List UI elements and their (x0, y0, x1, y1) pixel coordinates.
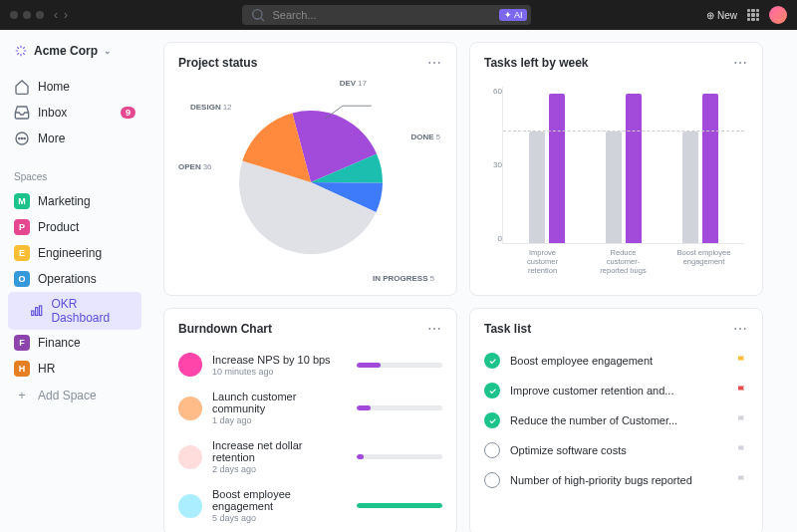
workspace-selector[interactable]: Acme Corp ⌄ (8, 40, 141, 62)
burndown-time: 10 minutes ago (212, 367, 347, 377)
flag-icon[interactable] (736, 414, 748, 426)
card-menu-icon[interactable]: ⋯ (733, 55, 748, 71)
bar-chart: 60300 Improve customer retentionReduce c… (484, 81, 748, 283)
space-label: Product (38, 220, 79, 234)
apps-icon[interactable] (747, 9, 759, 21)
task-list-card: Task list ⋯ Boost employee engagement Im… (469, 308, 763, 532)
burndown-title: Boost employee engagement (212, 488, 347, 512)
space-label: Marketing (38, 194, 91, 208)
task-name: Number of high-priority bugs reported (510, 474, 726, 486)
svg-point-2 (19, 137, 20, 138)
space-badge: H (14, 361, 30, 377)
card-menu-icon[interactable]: ⋯ (733, 321, 748, 337)
sidebar-space-operations[interactable]: OOperations (8, 266, 141, 292)
tasks-left-card: Tasks left by week ⋯ 60300 Improve custo… (469, 42, 763, 296)
sidebar-okr-dashboard[interactable]: OKR Dashboard (8, 292, 141, 330)
burndown-title: Launch customer community (212, 391, 347, 414)
dashboard-icon (30, 304, 43, 318)
burndown-row[interactable]: Boost employee engagement5 days ago (178, 488, 442, 523)
task-name: Reduce the number of Customer... (510, 414, 726, 426)
sidebar-space-engineering[interactable]: EEngineering (8, 240, 141, 266)
task-row[interactable]: Number of high-priority bugs reported (484, 472, 748, 488)
avatar (178, 353, 202, 377)
sidebar-space-finance[interactable]: FFinance (8, 330, 141, 356)
avatar (178, 445, 202, 469)
new-button[interactable]: ⊕ New (706, 10, 737, 21)
bar (702, 94, 718, 243)
card-title: Task list (484, 322, 531, 336)
sidebar-space-hr[interactable]: HHR (8, 356, 141, 382)
progress-bar (357, 363, 442, 368)
search-input[interactable]: Search... ✦ AI (242, 5, 531, 25)
task-row[interactable]: Optimize software costs (484, 442, 748, 458)
burndown-row[interactable]: Increase net dollar retention2 days ago (178, 439, 442, 474)
task-row[interactable]: Improve customer retention and... (484, 383, 748, 399)
flag-icon[interactable] (736, 474, 748, 486)
progress-bar (357, 503, 442, 508)
task-name: Optimize software costs (510, 444, 726, 456)
svg-point-4 (24, 137, 25, 138)
task-row[interactable]: Boost employee engagement (484, 353, 748, 369)
space-badge: F (14, 335, 30, 351)
inbox-icon (14, 105, 30, 121)
space-label: HR (38, 362, 55, 376)
check-open-icon[interactable] (484, 472, 500, 488)
bar-group (682, 87, 718, 243)
logo-icon (14, 44, 28, 58)
check-open-icon[interactable] (484, 442, 500, 458)
svg-rect-6 (36, 308, 38, 316)
pie-label: OPEN36 (178, 162, 212, 171)
burndown-row[interactable]: Launch customer community1 day ago (178, 391, 442, 425)
task-row[interactable]: Reduce the number of Customer... (484, 412, 748, 428)
bar (549, 94, 565, 243)
card-title: Project status (178, 56, 257, 70)
ai-button[interactable]: ✦ AI (499, 9, 528, 21)
nav-arrows[interactable]: ‹ › (54, 8, 68, 22)
space-badge: M (14, 193, 30, 209)
x-label: Boost employee engagement (674, 248, 734, 275)
flag-icon[interactable] (736, 355, 748, 367)
svg-point-3 (21, 137, 22, 138)
main-content: Project status ⋯ DEV17DONE5IN PROGRESS5O… (149, 30, 797, 532)
pie-chart (231, 103, 391, 262)
burndown-row[interactable]: Increase NPS by 10 bps10 minutes ago (178, 353, 442, 377)
bar (626, 94, 642, 243)
burndown-time: 2 days ago (212, 464, 347, 474)
flag-icon[interactable] (736, 385, 748, 397)
window-controls[interactable] (10, 11, 44, 19)
check-done-icon[interactable] (484, 412, 500, 428)
space-badge: P (14, 219, 30, 235)
flag-icon[interactable] (736, 444, 748, 456)
card-title: Tasks left by week (484, 56, 589, 70)
check-done-icon[interactable] (484, 383, 500, 399)
chevron-down-icon: ⌄ (104, 46, 112, 56)
card-title: Burndown Chart (178, 322, 272, 336)
task-name: Boost employee engagement (510, 355, 726, 367)
x-label: Improve customer retention (513, 248, 573, 275)
burndown-title: Increase net dollar retention (212, 439, 347, 463)
sidebar-space-product[interactable]: PProduct (8, 214, 141, 240)
card-menu-icon[interactable]: ⋯ (427, 321, 442, 337)
sidebar: Acme Corp ⌄ Home Inbox 9 More Spaces MMa… (0, 30, 149, 532)
workspace-name: Acme Corp (34, 44, 98, 58)
pie-label: DONE5 (410, 133, 440, 141)
space-badge: O (14, 271, 30, 287)
search-placeholder: Search... (272, 9, 316, 21)
back-icon[interactable]: ‹ (54, 8, 58, 22)
progress-bar (357, 405, 442, 410)
add-space-button[interactable]: + Add Space (8, 384, 141, 407)
sidebar-space-marketing[interactable]: MMarketing (8, 188, 141, 214)
avatar[interactable] (769, 6, 787, 24)
home-icon (14, 79, 30, 95)
bar (529, 132, 545, 243)
svg-rect-7 (40, 306, 42, 316)
nav-home[interactable]: Home (8, 74, 141, 100)
nav-inbox[interactable]: Inbox 9 (8, 100, 141, 126)
check-done-icon[interactable] (484, 353, 500, 369)
nav-more[interactable]: More (8, 126, 141, 151)
reference-line (503, 131, 744, 132)
pie-label: DEV17 (340, 79, 367, 88)
progress-bar (357, 454, 442, 459)
card-menu-icon[interactable]: ⋯ (427, 55, 442, 71)
pie-label: IN PROGRESS5 (373, 274, 434, 283)
